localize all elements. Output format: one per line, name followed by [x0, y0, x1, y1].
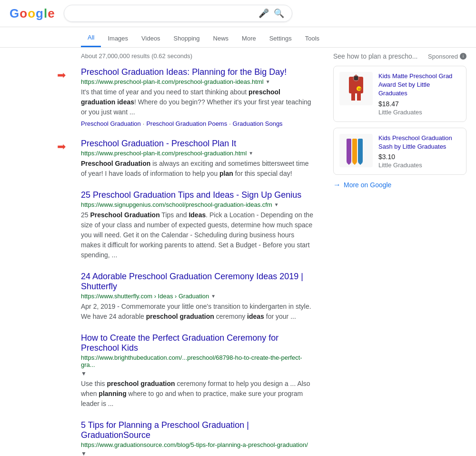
result-breadcrumbs: Preschool Graduation · Preschool Graduat… [81, 120, 314, 127]
result-snippet: Preschool Graduation is always an exciti… [81, 159, 314, 179]
result-url: https://www.preschool-plan-it.com/presch… [81, 150, 314, 157]
product-store: Little Graduates [378, 109, 460, 116]
results-count: About 27,000,000 results (0.62 seconds) [81, 52, 314, 60]
microphone-icon[interactable]: 🎤 [258, 8, 269, 19]
nav-item-images[interactable]: Images [101, 30, 135, 47]
result-url: https://www.graduationsource.com/blog/5-… [81, 441, 314, 448]
result-title[interactable]: Preschool Graduation - Preschool Plan It [81, 139, 314, 149]
arrow-icon: → [333, 181, 341, 189]
sidebar: See how to plan a prescho... Sponsored i [333, 52, 466, 456]
svg-text:18: 18 [358, 88, 361, 91]
result-snippet: Apr 2, 2019 - Commemorate your little on… [81, 302, 314, 322]
result-snippet: It's that time of year and you need to s… [81, 87, 314, 117]
svg-rect-2 [351, 91, 355, 101]
result-url: https://www.preschool-plan-it.com/presch… [81, 78, 314, 85]
google-logo[interactable]: Google [10, 6, 54, 21]
result-item: 24 Adorable Preschool Graduation Ceremon… [81, 272, 314, 322]
sidebar-header: See how to plan a prescho... Sponsored i [333, 52, 466, 60]
product-card[interactable]: 18 Kids Matte Preschool Grad Award Set b… [333, 66, 466, 122]
url-dropdown[interactable]: ▼ [274, 202, 279, 207]
result-snippet: 25 Preschool Graduation Tips and Ideas. … [81, 210, 314, 260]
result-snippet: Use this preschool graduation ceremony f… [81, 379, 314, 409]
product-card[interactable]: Kids Preschool Graduation Sash by Little… [333, 128, 466, 175]
result-title[interactable]: Preschool Graduation Ideas: Planning for… [81, 67, 314, 77]
search-input[interactable]: how to plan a preschool graduation [72, 9, 254, 18]
main-content: About 27,000,000 results (0.62 seconds) … [0, 48, 476, 456]
svg-marker-13 [358, 162, 363, 165]
url-dropdown[interactable]: ▼ [248, 151, 253, 156]
logo-letter-g2: g [36, 6, 43, 21]
result-url: https://www.brighthubeducation.com/...pr… [81, 354, 314, 368]
svg-marker-12 [352, 162, 357, 165]
search-results: About 27,000,000 results (0.62 seconds) … [81, 52, 314, 456]
sponsored-label: Sponsored i [428, 53, 466, 60]
navigation-bar: All Images Videos Shopping News More Set… [0, 27, 476, 48]
result-item: 25 Preschool Graduation Tips and Ideas -… [81, 190, 314, 260]
product-name[interactable]: Kids Preschool Graduation Sash by Little… [378, 134, 460, 151]
result-title[interactable]: 25 Preschool Graduation Tips and Ideas -… [81, 190, 314, 200]
svg-rect-5 [354, 76, 358, 80]
header: Google how to plan a preschool graduatio… [0, 0, 476, 27]
breadcrumb-link[interactable]: Preschool Graduation [81, 120, 141, 127]
product-name[interactable]: Kids Matte Preschool Grad Award Set by L… [378, 72, 460, 98]
logo-letter-e: e [48, 6, 54, 21]
info-icon[interactable]: i [460, 53, 466, 60]
logo-letter-o2: o [28, 6, 35, 21]
nav-item-more[interactable]: More [235, 30, 263, 47]
result-title[interactable]: How to Create the Perfect Graduation Cer… [81, 333, 314, 353]
product-price: $18.47 [378, 100, 460, 108]
nav-item-settings[interactable]: Settings [263, 30, 298, 47]
url-dropdown-arrow[interactable]: ▼ [81, 370, 314, 377]
result-item: ➡ Preschool Graduation - Preschool Plan … [81, 139, 314, 179]
logo-letter-g: G [10, 6, 19, 21]
nav-item-news[interactable]: News [207, 30, 236, 47]
url-dropdown[interactable]: ▼ [266, 79, 270, 84]
result-url: https://www.shutterfly.com › Ideas › Gra… [81, 293, 314, 300]
product-image [339, 134, 373, 167]
arrow-indicator: ➡ [57, 141, 66, 153]
arrow-indicator: ➡ [57, 69, 66, 81]
svg-marker-11 [347, 162, 351, 165]
result-url: https://www.signupgenius.com/school/pres… [81, 201, 314, 208]
nav-item-all[interactable]: All [81, 29, 101, 47]
result-item: ➡ Preschool Graduation Ideas: Planning f… [81, 67, 314, 127]
svg-rect-3 [357, 91, 361, 101]
svg-rect-8 [347, 139, 351, 162]
nav-item-videos[interactable]: Videos [135, 30, 167, 47]
product-price: $3.10 [378, 153, 460, 161]
nav-item-shopping[interactable]: Shopping [167, 30, 207, 47]
result-title[interactable]: 24 Adorable Preschool Graduation Ceremon… [81, 272, 314, 292]
product-image: 18 [339, 72, 373, 105]
result-item: How to Create the Perfect Graduation Cer… [81, 333, 314, 409]
more-on-google-link[interactable]: → More on Google [333, 181, 466, 189]
breadcrumb-link[interactable]: Graduation Songs [233, 120, 283, 127]
product-info: Kids Matte Preschool Grad Award Set by L… [378, 72, 460, 116]
logo-letter-l: l [44, 6, 47, 21]
sidebar-title: See how to plan a prescho... [333, 52, 417, 60]
search-bar[interactable]: how to plan a preschool graduation 🎤 🔍 [64, 5, 292, 22]
logo-letter-o1: o [20, 6, 27, 21]
product-info: Kids Preschool Graduation Sash by Little… [378, 134, 460, 169]
result-item: 5 Tips for Planning a Preschool Graduati… [81, 420, 314, 456]
svg-rect-9 [352, 139, 357, 162]
svg-rect-10 [358, 139, 363, 162]
search-icon[interactable]: 🔍 [274, 8, 284, 19]
result-title[interactable]: 5 Tips for Planning a Preschool Graduati… [81, 420, 314, 440]
breadcrumb-link[interactable]: Preschool Graduation Poems [146, 120, 227, 127]
product-store: Little Graduates [378, 162, 460, 169]
url-dropdown[interactable]: ▼ [211, 294, 216, 299]
url-dropdown-arrow[interactable]: ▼ [81, 450, 314, 456]
nav-item-tools[interactable]: Tools [298, 30, 326, 47]
